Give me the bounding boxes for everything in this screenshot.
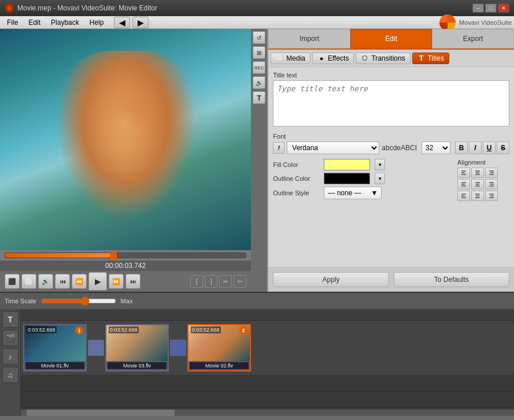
transition-1[interactable] — [88, 340, 104, 356]
transitions-icon: ⬡ — [361, 54, 369, 62]
alignment-grid — [457, 168, 509, 201]
font-section: Font f Verdana abcdeABCI 32 B I U S — [273, 133, 509, 154]
subtab-effects[interactable]: ● Effects — [312, 53, 354, 64]
fill-color-dropdown[interactable]: ▼ — [375, 159, 385, 170]
timecode: 00:00:03.742 — [0, 261, 251, 271]
crop-button[interactable]: ✂ — [219, 275, 232, 288]
font-type-icon: f — [273, 142, 284, 154]
text-track-tool[interactable]: T — [2, 311, 19, 328]
video-track-tool[interactable]: 🎬 — [2, 330, 19, 346]
minimize-button[interactable]: – — [472, 3, 484, 13]
font-size-select[interactable]: 32 — [421, 142, 450, 154]
apply-button[interactable]: Apply — [273, 272, 389, 287]
titlebar-controls[interactable]: – □ ✕ — [472, 3, 509, 13]
align-top-left[interactable] — [457, 168, 470, 178]
colors-alignment-row: Fill Color ▼ Outline Color ▼ Outline Sty… — [273, 159, 509, 202]
align-bottom-left[interactable] — [457, 191, 470, 201]
seekbar-thumb[interactable] — [110, 252, 117, 260]
subtab-media-label: Media — [286, 54, 305, 62]
bold-button[interactable]: B — [455, 142, 468, 154]
seekbar-area[interactable] — [0, 250, 251, 261]
fill-color-label: Fill Color — [273, 161, 319, 168]
defaults-button[interactable]: To Defaults — [394, 272, 509, 287]
align-middle-left[interactable] — [457, 179, 470, 189]
timescale-slider[interactable] — [41, 296, 116, 306]
fast-forward-button[interactable]: ⏩ — [109, 274, 124, 289]
audio-track1-tool[interactable]: ♪ — [2, 348, 19, 365]
timeline: Time Scale Max T 🎬 ♪ ♫ 0:03:52.668 1 Mov… — [0, 292, 514, 416]
align-bottom-center[interactable] — [471, 191, 484, 201]
subtab-titles[interactable]: T Titles — [412, 53, 449, 64]
strikethrough-button[interactable]: S — [497, 142, 509, 154]
menu-edit[interactable]: Edit — [24, 17, 45, 28]
menu-help[interactable]: Help — [85, 17, 109, 28]
transition-2[interactable] — [170, 340, 186, 356]
back-button[interactable]: ◀ — [114, 17, 130, 28]
record-button[interactable]: REC — [253, 61, 265, 74]
align-middle-center[interactable] — [471, 179, 484, 189]
tab-export[interactable]: Export — [432, 29, 514, 49]
volume-button[interactable]: 🔊 — [38, 274, 53, 289]
split-button[interactable]: ⬜ — [21, 274, 36, 289]
forward-button[interactable]: ▶ — [132, 17, 149, 28]
alignment-section: Alignment — [457, 159, 509, 202]
mark-in-button[interactable]: [ — [190, 275, 203, 288]
crop-tool-button[interactable]: ⊠ — [253, 46, 265, 59]
titlebar: Movie.mep - Movavi VideoSuite: Movie Edi… — [0, 0, 514, 16]
trim-button[interactable]: ✄ — [234, 275, 246, 288]
clip-1[interactable]: 0:03:52.668 1 Movie 01.flv — [23, 324, 87, 371]
prev-frame-button[interactable]: ⏮ — [55, 274, 70, 289]
title-text-label: Title text — [273, 72, 509, 79]
menubar: File Edit Playback Help ◀ ▶ Movavi Video… — [0, 16, 514, 29]
italic-button[interactable]: I — [469, 142, 482, 154]
undo-button[interactable]: ↺ — [253, 31, 265, 44]
clip-1-badge: 1 — [75, 326, 83, 334]
scrollbar-thumb[interactable] — [27, 410, 175, 416]
close-button[interactable]: ✕ — [498, 3, 509, 13]
font-preview-text: abcdeABCI — [382, 144, 417, 152]
audio-tool-button[interactable]: 🔊 — [253, 76, 265, 89]
menu-file[interactable]: File — [2, 17, 23, 28]
clip-3-badge: 2 — [239, 326, 247, 334]
subtab-transitions[interactable]: ⬡ Transitions — [356, 53, 410, 64]
align-top-right[interactable] — [485, 168, 498, 178]
max-label: Max — [121, 298, 133, 304]
outline-style-select[interactable]: — none — ▼ — [324, 187, 382, 199]
mark-out-button[interactable]: ] — [205, 275, 217, 288]
outline-color-label: Outline Color — [273, 175, 319, 182]
menu-playback[interactable]: Playback — [46, 17, 84, 28]
start-frame-button[interactable]: ⬛ — [5, 274, 20, 289]
audio-track2-tool[interactable]: ♫ — [2, 367, 19, 383]
outline-color-dropdown[interactable]: ▼ — [375, 173, 385, 184]
main-area: 00:00:03.742 ⬛ ⬜ 🔊 ⏮ ⏪ ▶ ⏩ ⏭ [ ] ✂ ✄ ↺ ⊠ — [0, 29, 514, 292]
timeline-scrollbar[interactable] — [21, 409, 514, 416]
right-panel: Import Edit Export ⬜ Media ● Effects ⬡ T… — [267, 29, 514, 292]
maximize-button[interactable]: □ — [485, 3, 497, 13]
audio-track-1 — [21, 376, 514, 392]
brand-name: Movavi VideoSuite — [459, 19, 512, 26]
subtab-media[interactable]: ⬜ Media — [271, 53, 310, 64]
seekbar-track[interactable] — [5, 252, 246, 258]
outline-style-arrow: ▼ — [371, 189, 378, 197]
tab-edit[interactable]: Edit — [350, 29, 432, 49]
next-frame-button[interactable]: ⏭ — [125, 274, 140, 289]
tab-import[interactable]: Import — [268, 29, 350, 49]
window-title: Movie.mep - Movavi VideoSuite: Movie Edi… — [17, 4, 157, 12]
transport-controls: ⬛ ⬜ 🔊 ⏮ ⏪ ▶ ⏩ ⏭ [ ] ✂ ✄ — [0, 271, 251, 292]
clip-3[interactable]: 0:03:52.668 2 Movie 02.flv — [187, 324, 251, 371]
align-top-center[interactable] — [471, 168, 484, 178]
font-name-select[interactable]: Verdana — [287, 142, 379, 154]
rewind-button[interactable]: ⏪ — [72, 274, 87, 289]
edit-subtabs: ⬜ Media ● Effects ⬡ Transitions T Titles — [268, 50, 514, 67]
underline-button[interactable]: U — [483, 142, 495, 154]
left-panel: 00:00:03.742 ⬛ ⬜ 🔊 ⏮ ⏪ ▶ ⏩ ⏭ [ ] ✂ ✄ ↺ ⊠ — [0, 29, 267, 292]
clip-2[interactable]: 0:03:52.668 Movie 03.flv — [105, 324, 169, 371]
play-button[interactable]: ▶ — [88, 272, 107, 291]
title-text-input[interactable] — [273, 80, 509, 127]
fill-color-swatch[interactable] — [324, 159, 370, 170]
align-bottom-right[interactable] — [485, 191, 498, 201]
titles-icon: T — [417, 54, 426, 62]
align-middle-right[interactable] — [485, 179, 498, 189]
outline-color-swatch[interactable] — [324, 173, 370, 184]
text-tool-button[interactable]: T — [253, 91, 265, 104]
